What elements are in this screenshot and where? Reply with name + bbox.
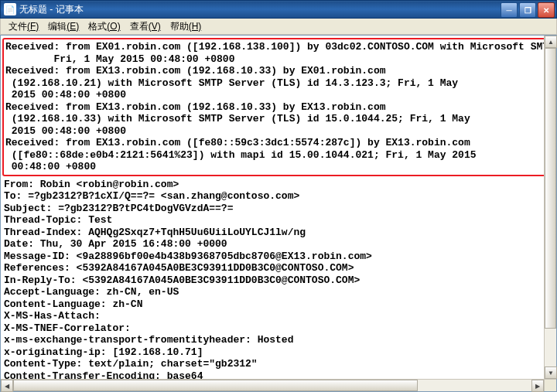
scroll-down-button[interactable]: ▼ bbox=[545, 366, 557, 379]
menubar: 文件(F) 编辑(E) 格式(O) 查看(V) 帮助(H) bbox=[0, 19, 557, 35]
app-icon: 📄 bbox=[4, 3, 16, 15]
editor-area: Received: from EX01.robin.com ([192.168.… bbox=[0, 35, 557, 392]
vertical-scrollbar[interactable]: ▲ ▼ bbox=[544, 36, 556, 379]
h-scroll-thumb[interactable] bbox=[13, 380, 418, 391]
scroll-up-button[interactable]: ▲ bbox=[545, 36, 557, 48]
scrollbar-corner bbox=[544, 379, 556, 391]
scroll-left-button[interactable]: ◀ bbox=[1, 380, 13, 392]
menu-view[interactable]: 查看(V) bbox=[125, 19, 166, 35]
menu-edit[interactable]: 编辑(E) bbox=[43, 19, 84, 35]
menu-file[interactable]: 文件(F) bbox=[4, 19, 43, 35]
titlebar: 📄 无标题 - 记事本 ─ ❐ ✕ bbox=[0, 0, 557, 19]
window-title: 无标题 - 记事本 bbox=[19, 3, 501, 16]
maximize-button[interactable]: ❐ bbox=[519, 2, 536, 18]
close-button[interactable]: ✕ bbox=[538, 2, 555, 18]
v-scroll-track[interactable] bbox=[545, 48, 556, 366]
window-controls: ─ ❐ ✕ bbox=[501, 1, 556, 18]
minimize-button[interactable]: ─ bbox=[501, 2, 518, 18]
v-scroll-thumb[interactable] bbox=[545, 48, 556, 329]
header-lines: From: Robin <robin@robin.com> To: =?gb23… bbox=[4, 179, 372, 380]
horizontal-scrollbar[interactable]: ◀ ▶ bbox=[1, 379, 544, 391]
text-content[interactable]: Received: from EX01.robin.com ([192.168.… bbox=[1, 36, 544, 379]
h-scroll-track[interactable] bbox=[13, 380, 531, 391]
scroll-right-button[interactable]: ▶ bbox=[531, 380, 544, 392]
received-headers-highlight: Received: from EX01.robin.com ([192.168.… bbox=[2, 38, 544, 176]
menu-format[interactable]: 格式(O) bbox=[84, 19, 125, 35]
menu-help[interactable]: 帮助(H) bbox=[166, 19, 207, 35]
